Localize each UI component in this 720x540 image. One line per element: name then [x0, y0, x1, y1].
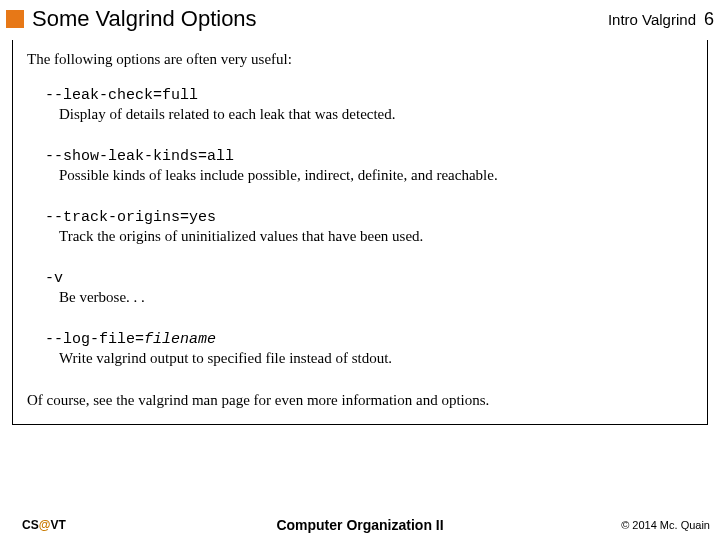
slide-header: Some Valgrind Options Intro Valgrind 6 — [0, 0, 720, 32]
option-desc: Possible kinds of leaks include possible… — [59, 166, 693, 186]
option-flag: --show-leak-kinds=all — [45, 147, 693, 167]
footer-left: CS@VT — [22, 518, 66, 532]
header-right: Intro Valgrind 6 — [608, 9, 720, 30]
option-item: -v Be verbose. . . — [45, 269, 693, 308]
option-flag: --log-file=filename — [45, 330, 693, 350]
slide-footer: CS@VT Computer Organization II © 2014 Mc… — [0, 518, 720, 532]
option-flag: -v — [45, 269, 693, 289]
option-desc: Display of details related to each leak … — [59, 105, 693, 125]
slide-title: Some Valgrind Options — [32, 6, 608, 32]
option-flag: --leak-check=full — [45, 86, 693, 106]
option-desc: Track the origins of uninitialized value… — [59, 227, 693, 247]
footer-right: © 2014 Mc. Quain — [621, 519, 710, 531]
page-number: 6 — [704, 9, 714, 30]
option-desc: Be verbose. . . — [59, 288, 693, 308]
option-item: --show-leak-kinds=all Possible kinds of … — [45, 147, 693, 186]
option-desc: Write valgrind output to specified file … — [59, 349, 693, 369]
option-item: --log-file=filename Write valgrind outpu… — [45, 330, 693, 369]
section-label: Intro Valgrind — [608, 11, 696, 28]
option-flag: --track-origins=yes — [45, 208, 693, 228]
content-box: The following options are often very use… — [12, 40, 708, 425]
accent-square-icon — [6, 10, 24, 28]
outro-text: Of course, see the valgrind man page for… — [27, 391, 693, 411]
footer-center: Computer Organization II — [276, 517, 443, 533]
intro-text: The following options are often very use… — [27, 50, 693, 70]
option-item: --leak-check=full Display of details rel… — [45, 86, 693, 125]
option-item: --track-origins=yes Track the origins of… — [45, 208, 693, 247]
